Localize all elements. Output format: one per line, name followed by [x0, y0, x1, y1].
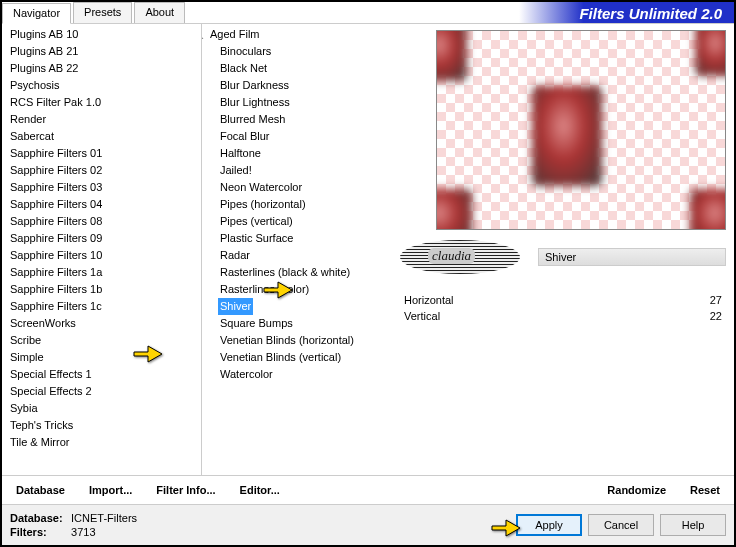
main: Plugins AB 10Plugins AB 21Plugins AB 22P… [2, 24, 734, 475]
param-name: Horizontal [404, 294, 454, 306]
filter-item[interactable]: Venetian Blinds (vertical) [218, 349, 392, 366]
filters-count-value: 3713 [71, 526, 95, 538]
filter-item[interactable]: Radar [218, 247, 392, 264]
category-item[interactable]: Sapphire Filters 02 [8, 162, 201, 179]
filter-item[interactable]: Black Net [218, 60, 392, 77]
header: Navigator Presets About Filters Unlimite… [2, 2, 734, 24]
reset-button[interactable]: Reset [684, 480, 726, 500]
db-value: ICNET-Filters [71, 512, 137, 524]
category-item[interactable]: Sapphire Filters 1c [8, 298, 201, 315]
category-item[interactable]: Sapphire Filters 1a [8, 264, 201, 281]
category-item[interactable]: Psychosis [8, 77, 201, 94]
filter-info-button[interactable]: Filter Info... [150, 480, 221, 500]
filter-item[interactable]: Halftone [218, 145, 392, 162]
footer: Database: ICNET-Filters Filters: 3713 Ap… [2, 504, 734, 545]
filter-item[interactable]: Rasterlines (black & white) [218, 264, 392, 281]
editor-button[interactable]: Editor... [234, 480, 286, 500]
category-item[interactable]: Sapphire Filters 01 [8, 145, 201, 162]
app-title: Filters Unlimited 2.0 [519, 2, 734, 23]
filter-item[interactable]: Plastic Surface [218, 230, 392, 247]
footer-info: Database: ICNET-Filters Filters: 3713 [10, 511, 137, 539]
filter-item[interactable]: Blur Darkness [218, 77, 392, 94]
category-item[interactable]: Sapphire Filters 08 [8, 213, 201, 230]
randomize-button[interactable]: Randomize [601, 480, 672, 500]
filter-item[interactable]: Rasterlines (color) [218, 281, 392, 298]
tab-presets[interactable]: Presets [73, 2, 132, 23]
category-item[interactable]: Plugins AB 21 [8, 43, 201, 60]
database-button[interactable]: Database [10, 480, 71, 500]
category-item[interactable]: Tile & Mirror [8, 434, 201, 451]
filter-panel: Aged FilmBinocularsBlack NetBlur Darknes… [202, 24, 392, 475]
db-label: Database: [10, 511, 68, 525]
category-item[interactable]: Sapphire Filters 10 [8, 247, 201, 264]
filter-item[interactable]: Pipes (horizontal) [218, 196, 392, 213]
tab-bar: Navigator Presets About [2, 2, 187, 23]
category-item[interactable]: Special Effects 2 [8, 383, 201, 400]
category-list[interactable]: Plugins AB 10Plugins AB 21Plugins AB 22P… [2, 24, 201, 475]
tab-navigator[interactable]: Navigator [2, 3, 71, 24]
filter-item[interactable]: Shiver [218, 298, 253, 315]
filter-item[interactable]: Blur Lightness [218, 94, 392, 111]
author-logo [400, 240, 520, 274]
category-item[interactable]: Simple [8, 349, 201, 366]
param-name: Vertical [404, 310, 440, 322]
tab-about[interactable]: About [134, 2, 185, 23]
filter-item[interactable]: Jailed! [218, 162, 392, 179]
category-item[interactable]: Sabercat [8, 128, 201, 145]
category-panel: Plugins AB 10Plugins AB 21Plugins AB 22P… [2, 24, 202, 475]
footer-buttons: Apply Cancel Help [516, 514, 726, 536]
category-item[interactable]: Sapphire Filters 1b [8, 281, 201, 298]
category-item[interactable]: Plugins AB 10 [8, 26, 201, 43]
category-item[interactable]: Sapphire Filters 04 [8, 196, 201, 213]
filter-list[interactable]: Aged FilmBinocularsBlack NetBlur Darknes… [202, 24, 392, 475]
category-item[interactable]: RCS Filter Pak 1.0 [8, 94, 201, 111]
current-filter-name: Shiver [538, 248, 726, 266]
filter-item[interactable]: Blurred Mesh [218, 111, 392, 128]
controls-head: Shiver [400, 240, 726, 274]
filters-count-label: Filters: [10, 525, 68, 539]
category-item[interactable]: Teph's Tricks [8, 417, 201, 434]
apply-button[interactable]: Apply [516, 514, 582, 536]
toolbar: Database Import... Filter Info... Editor… [2, 475, 734, 504]
preview-panel: Shiver Horizontal27Vertical22 [392, 24, 734, 475]
category-item[interactable]: Sapphire Filters 03 [8, 179, 201, 196]
category-item[interactable]: Special Effects 1 [8, 366, 201, 383]
filter-item[interactable]: Binoculars [218, 43, 392, 60]
filter-item[interactable]: Neon Watercolor [218, 179, 392, 196]
help-button[interactable]: Help [660, 514, 726, 536]
category-item[interactable]: ScreenWorks [8, 315, 201, 332]
filter-item[interactable]: Square Bumps [218, 315, 392, 332]
category-item[interactable]: Scribe [8, 332, 201, 349]
category-item[interactable]: Sybia [8, 400, 201, 417]
preview-image [436, 30, 726, 230]
category-item[interactable]: Sapphire Filters 09 [8, 230, 201, 247]
parameter-list: Horizontal27Vertical22 [400, 292, 726, 324]
category-item[interactable]: Plugins AB 22 [8, 60, 201, 77]
filter-item[interactable]: Watercolor [218, 366, 392, 383]
category-item[interactable]: Render [8, 111, 201, 128]
param-row[interactable]: Vertical22 [400, 308, 726, 324]
filter-item[interactable]: Focal Blur [218, 128, 392, 145]
param-value: 22 [710, 310, 722, 322]
param-value: 27 [710, 294, 722, 306]
param-row[interactable]: Horizontal27 [400, 292, 726, 308]
filter-branch[interactable]: Aged Film [208, 26, 392, 43]
cancel-button[interactable]: Cancel [588, 514, 654, 536]
filter-item[interactable]: Pipes (vertical) [218, 213, 392, 230]
filter-item[interactable]: Venetian Blinds (horizontal) [218, 332, 392, 349]
import-button[interactable]: Import... [83, 480, 138, 500]
